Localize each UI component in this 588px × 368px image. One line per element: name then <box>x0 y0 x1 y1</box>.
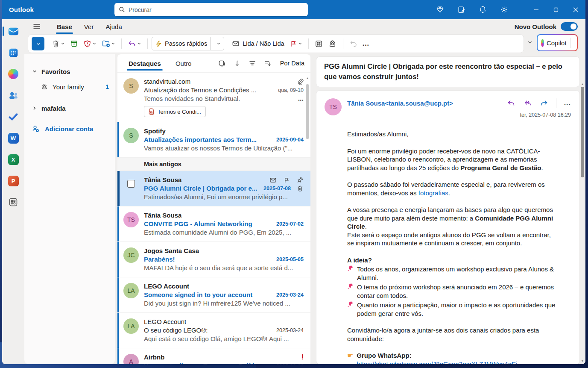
email-row[interactable]: S Spotify Atualizações importantes aos T… <box>117 122 310 158</box>
quick-steps-dropdown[interactable] <box>214 41 224 46</box>
menu-tab-ver[interactable]: Ver <box>78 21 100 32</box>
minimize-button[interactable] <box>527 0 546 19</box>
flag-icon[interactable] <box>284 177 290 183</box>
menu-bar: Base Ver Ajuda Novo Outlook <box>24 19 585 34</box>
sender-name[interactable]: Tânia Sousa<tania.sousa@ucp.pt> <box>347 98 453 107</box>
rail-more-apps-icon[interactable] <box>7 196 19 208</box>
rail-calendar-icon[interactable] <box>7 47 19 59</box>
menu-tab-ajuda[interactable]: Ajuda <box>99 21 128 32</box>
switcher-grid-icon[interactable] <box>313 37 325 50</box>
email-row-selected[interactable]: Tânia Sousa PGG Alumni Circle | Obrigada… <box>117 171 310 206</box>
more-commands-button[interactable]: ... <box>360 37 372 50</box>
add-account-button[interactable]: Adicionar conta <box>24 121 115 136</box>
body-paragraph: O passado sábado foi verdadeiramente esp… <box>347 180 559 197</box>
pushpin-icon <box>347 283 354 300</box>
email-row[interactable]: LA LEGO Account O seu código LEGO®: 2025… <box>117 313 310 348</box>
select-messages-icon[interactable] <box>218 60 225 67</box>
whatsapp-link[interactable]: https://chat.whatsapp.com/J8qGnpo3mgXLZJ… <box>357 360 517 365</box>
copilot-button[interactable]: Copilot <box>537 34 578 51</box>
email-subject: Vamos atualizar os Termos e a Políti... <box>144 362 272 364</box>
email-row[interactable]: TS Tânia Sousa CONVITE PGG - Alumni Netw… <box>117 206 310 242</box>
sort-by-icon[interactable] <box>264 60 272 67</box>
rail-word-icon[interactable]: W <box>7 132 19 144</box>
email-preview: Temos novidades no Standvirtual. <box>144 94 298 103</box>
tab-destaques[interactable]: Destaques <box>126 56 164 71</box>
copilot-icon <box>541 39 544 47</box>
attachment-chip[interactable]: Termos e Condi... <box>144 106 206 117</box>
pin-icon[interactable] <box>297 177 304 183</box>
search-input[interactable]: Procurar <box>114 3 308 16</box>
sort-by-label[interactable]: Por Data <box>280 60 304 67</box>
folder-your-family[interactable]: Your family 1 <box>24 79 115 94</box>
new-email-button[interactable]: Novo e-mail <box>32 37 44 50</box>
account-mafalda[interactable]: mafalda <box>24 100 115 116</box>
envelope-icon <box>232 40 240 47</box>
flag-button[interactable] <box>288 37 304 50</box>
avatar: LA <box>123 283 139 298</box>
email-row[interactable]: JC Jogos Santa Casa Parabéns! 2025-05-05… <box>117 242 310 277</box>
reading-pane-scrollbar[interactable]: ▲ ▼ <box>579 54 585 364</box>
delete-email-icon[interactable] <box>297 185 304 192</box>
sort-direction-icon[interactable] <box>234 60 240 67</box>
message-more-button[interactable]: ... <box>564 99 571 107</box>
settings-gear-icon[interactable] <box>499 5 509 15</box>
archive-button[interactable] <box>68 37 80 50</box>
email-sender: Spotify <box>144 127 166 135</box>
email-overflow-ellipsis: ... <box>298 94 304 103</box>
new-outlook-toggle[interactable] <box>561 22 578 31</box>
move-to-button[interactable] <box>99 37 117 50</box>
new-outlook-label: Novo Outlook <box>515 23 556 30</box>
message-list-scrollbar[interactable]: ▲ <box>306 75 309 362</box>
report-button[interactable] <box>81 37 99 50</box>
premium-icon[interactable] <box>435 5 445 15</box>
email-date: 2025-07-08 <box>263 184 291 193</box>
idea-item: Quanto maior a participação, maior o imp… <box>347 301 559 318</box>
forward-icon[interactable] <box>540 99 548 107</box>
email-row[interactable]: LA LEGO Account Someone signed in to you… <box>117 277 310 313</box>
hamburger-menu-icon[interactable] <box>30 21 43 32</box>
reply-icon[interactable] <box>507 99 515 107</box>
notes-icon[interactable] <box>456 5 466 15</box>
quick-steps-button[interactable]: Passos rápidos <box>152 37 224 50</box>
ribbon-collapse-icon[interactable] <box>527 40 532 45</box>
rail-mail-icon[interactable] <box>7 25 19 37</box>
reply-button[interactable] <box>126 37 143 50</box>
rail-todo-icon[interactable] <box>7 111 19 123</box>
maximize-button[interactable] <box>546 0 566 19</box>
email-preview: Vamos atualizar os nossos Termos de Util… <box>144 144 304 153</box>
email-subject: Atualização dos Termos e Condições ... <box>144 86 274 94</box>
email-sender: Jogos Santa Casa <box>144 247 199 255</box>
lightning-icon <box>155 40 162 47</box>
close-button[interactable] <box>566 0 585 19</box>
undo-icon[interactable] <box>347 37 360 50</box>
filter-icon[interactable] <box>249 60 256 66</box>
avatar: A <box>123 354 139 364</box>
favorites-header[interactable]: Favoritos <box>24 64 115 79</box>
attachment-chip-label: Termos e Condi... <box>158 109 201 115</box>
email-sender: Tânia Sousa <box>144 211 181 220</box>
menu-tab-base[interactable]: Base <box>51 21 78 32</box>
mark-read-envelope-icon[interactable] <box>269 177 277 184</box>
groups-icon[interactable] <box>326 37 339 50</box>
new-email-dropdown[interactable] <box>32 37 44 50</box>
pushpin-icon <box>347 265 354 282</box>
fotografias-link[interactable]: fotografias <box>418 189 448 197</box>
email-checkbox[interactable] <box>127 180 135 188</box>
rail-people-icon[interactable] <box>7 89 19 101</box>
email-sender: Airbnb <box>144 353 164 362</box>
notifications-bell-icon[interactable] <box>478 5 487 15</box>
rail-copilot-icon[interactable] <box>7 68 19 80</box>
idea-item: O tema do próximo workshop será anunciad… <box>347 283 559 300</box>
rail-powerpoint-icon[interactable]: P <box>7 175 19 187</box>
email-row[interactable]: S standvirtual.com <box>117 73 310 122</box>
reply-all-icon[interactable] <box>523 99 532 107</box>
high-importance-icon: ! <box>301 353 304 362</box>
body-paragraph: A vossa presença e energia lançaram as b… <box>347 206 559 247</box>
rail-excel-icon[interactable]: X <box>7 153 19 165</box>
email-row[interactable]: A Airbnb ! Vamos atualizar os Termos e a… <box>117 348 310 364</box>
body-paragraph: Convidámo-lo/a agora a juntar-se aos doi… <box>347 326 559 343</box>
tab-outro[interactable]: Outro <box>173 56 194 71</box>
read-unread-button[interactable]: Lida / Não Lida <box>229 37 287 50</box>
email-subject-title: PGG Alumni Circle | Obrigada por este re… <box>324 61 572 82</box>
delete-button[interactable] <box>50 37 67 50</box>
